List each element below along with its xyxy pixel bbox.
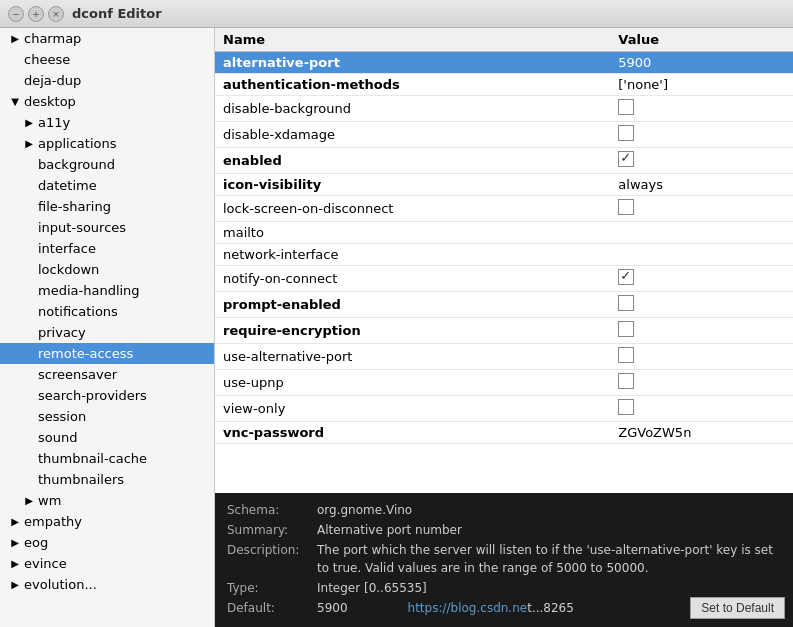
sidebar-item-label: search-providers	[36, 387, 149, 404]
default-value: 5900	[317, 599, 348, 617]
table-row[interactable]: notify-on-connect	[215, 266, 793, 292]
row-value: ZGVoZW5n	[610, 422, 793, 444]
window-title: dconf Editor	[72, 6, 162, 21]
sidebar-item-evolution[interactable]: ▶ evolution...	[0, 574, 214, 595]
table-row[interactable]: use-alternative-port	[215, 344, 793, 370]
sidebar-item-deja-dup[interactable]: deja-dup	[0, 70, 214, 91]
sidebar-item-desktop[interactable]: ▼ desktop	[0, 91, 214, 112]
summary-label: Summary:	[227, 521, 317, 539]
row-name: disable-xdamage	[215, 122, 610, 148]
title-bar: − + × dconf Editor	[0, 0, 793, 28]
row-value	[610, 266, 793, 292]
checkbox[interactable]	[618, 373, 634, 389]
row-name: lock-screen-on-disconnect	[215, 196, 610, 222]
default-label: Default:	[227, 599, 317, 617]
sidebar-item-session[interactable]: session	[0, 406, 214, 427]
row-value: ['none']	[610, 74, 793, 96]
row-value	[610, 122, 793, 148]
sidebar-item-label: desktop	[22, 93, 78, 110]
checkbox[interactable]	[618, 99, 634, 115]
close-button[interactable]: ×	[48, 6, 64, 22]
table-row[interactable]: prompt-enabled	[215, 292, 793, 318]
window-controls: − + ×	[8, 6, 64, 22]
sidebar-item-interface[interactable]: interface	[0, 238, 214, 259]
table-row[interactable]: mailto	[215, 222, 793, 244]
checkbox[interactable]	[618, 399, 634, 415]
sidebar-item-datetime[interactable]: datetime	[0, 175, 214, 196]
summary-value: Alternative port number	[317, 521, 462, 539]
row-name: vnc-password	[215, 422, 610, 444]
table-row[interactable]: use-upnp	[215, 370, 793, 396]
sidebar-item-cheese[interactable]: cheese	[0, 49, 214, 70]
tree-arrow: ▶	[8, 33, 22, 44]
row-name: enabled	[215, 148, 610, 174]
sidebar-item-wm[interactable]: ▶ wm	[0, 490, 214, 511]
sidebar-item-lockdown[interactable]: lockdown	[0, 259, 214, 280]
sidebar-item-input-sources[interactable]: input-sources	[0, 217, 214, 238]
sidebar-item-thumbnailers[interactable]: thumbnailers	[0, 469, 214, 490]
row-name: alternative-port	[215, 52, 610, 74]
set-default-button[interactable]: Set to Default	[690, 597, 785, 619]
sidebar-item-thumbnail-cache[interactable]: thumbnail-cache	[0, 448, 214, 469]
sidebar-item-remote-access[interactable]: remote-access	[0, 343, 214, 364]
row-value	[610, 196, 793, 222]
sidebar-item-label: lockdown	[36, 261, 101, 278]
table-row[interactable]: require-encryption	[215, 318, 793, 344]
checkbox[interactable]	[618, 151, 634, 167]
sidebar-item-privacy[interactable]: privacy	[0, 322, 214, 343]
checkbox[interactable]	[618, 321, 634, 337]
checkbox[interactable]	[618, 295, 634, 311]
sidebar-item-label: interface	[36, 240, 98, 257]
checkbox[interactable]	[618, 269, 634, 285]
table-row[interactable]: authentication-methods['none']	[215, 74, 793, 96]
checkbox[interactable]	[618, 125, 634, 141]
sidebar-item-label: file-sharing	[36, 198, 113, 215]
row-value	[610, 148, 793, 174]
info-link[interactable]: https://blog.csdn.ne	[408, 599, 528, 617]
sidebar-item-file-sharing[interactable]: file-sharing	[0, 196, 214, 217]
table-row[interactable]: enabled	[215, 148, 793, 174]
sidebar-item-label: session	[36, 408, 88, 425]
sidebar-item-label: background	[36, 156, 117, 173]
row-name: use-upnp	[215, 370, 610, 396]
sidebar-item-eog[interactable]: ▶ eog	[0, 532, 214, 553]
row-value	[610, 96, 793, 122]
sidebar-item-empathy[interactable]: ▶ empathy	[0, 511, 214, 532]
table-row[interactable]: alternative-port5900	[215, 52, 793, 74]
sidebar-item-background[interactable]: background	[0, 154, 214, 175]
sidebar-item-charmap[interactable]: ▶ charmap	[0, 28, 214, 49]
minimize-button[interactable]: −	[8, 6, 24, 22]
table-row[interactable]: disable-background	[215, 96, 793, 122]
sidebar-item-screensaver[interactable]: screensaver	[0, 364, 214, 385]
checkbox[interactable]	[618, 199, 634, 215]
table-row[interactable]: lock-screen-on-disconnect	[215, 196, 793, 222]
settings-table: Name Value alternative-port5900authentic…	[215, 28, 793, 493]
sidebar-item-label: screensaver	[36, 366, 119, 383]
row-name: disable-background	[215, 96, 610, 122]
sidebar-item-label: thumbnail-cache	[36, 450, 149, 467]
sidebar-item-notifications[interactable]: notifications	[0, 301, 214, 322]
sidebar-item-a11y[interactable]: ▶ a11y	[0, 112, 214, 133]
sidebar-item-media-handling[interactable]: media-handling	[0, 280, 214, 301]
table-row[interactable]: icon-visibilityalways	[215, 174, 793, 196]
settings-table-el: Name Value alternative-port5900authentic…	[215, 28, 793, 444]
tree-arrow: ▶	[22, 117, 36, 128]
checkbox[interactable]	[618, 347, 634, 363]
row-value: 5900	[610, 52, 793, 74]
row-name: mailto	[215, 222, 610, 244]
table-row[interactable]: view-only	[215, 396, 793, 422]
table-row[interactable]: disable-xdamage	[215, 122, 793, 148]
sidebar-item-applications[interactable]: ▶ applications	[0, 133, 214, 154]
table-row[interactable]: network-interface	[215, 244, 793, 266]
maximize-button[interactable]: +	[28, 6, 44, 22]
tree-arrow: ▶	[8, 558, 22, 569]
type-label: Type:	[227, 579, 317, 597]
row-name: require-encryption	[215, 318, 610, 344]
schema-label: Schema:	[227, 501, 317, 519]
sidebar-item-sound[interactable]: sound	[0, 427, 214, 448]
sidebar: ▶ charmap cheese deja-dup ▼ desktop ▶ a1…	[0, 28, 215, 627]
sidebar-item-search-providers[interactable]: search-providers	[0, 385, 214, 406]
content-panel: Name Value alternative-port5900authentic…	[215, 28, 793, 627]
sidebar-item-evince[interactable]: ▶ evince	[0, 553, 214, 574]
table-row[interactable]: vnc-passwordZGVoZW5n	[215, 422, 793, 444]
